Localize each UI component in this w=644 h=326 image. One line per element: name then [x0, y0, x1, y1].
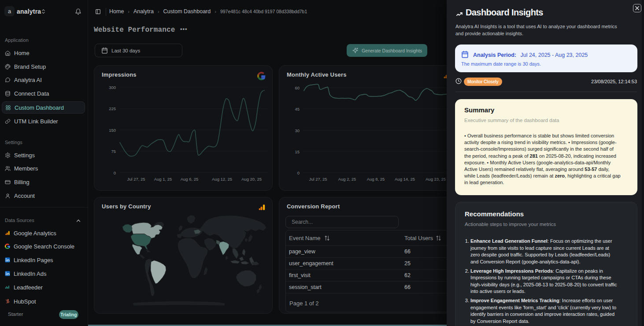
svg-text:45: 45 — [295, 107, 300, 111]
svg-text:Jul 27, 25: Jul 27, 25 — [309, 177, 327, 182]
svg-text:15: 15 — [295, 149, 300, 154]
svg-text:Aug 2, 25: Aug 2, 25 — [338, 177, 356, 182]
svg-text:Aug 14, 25: Aug 14, 25 — [395, 177, 415, 182]
svg-text:Aug 8, 25: Aug 8, 25 — [367, 177, 385, 182]
svg-text:30: 30 — [295, 128, 300, 133]
svg-text:Aug 1, 25: Aug 1, 25 — [154, 177, 172, 182]
svg-text:Aug 23, 25: Aug 23, 25 — [426, 177, 446, 182]
svg-text:0: 0 — [297, 170, 300, 175]
svg-text:75: 75 — [111, 149, 116, 154]
svg-text:225: 225 — [109, 106, 116, 111]
svg-text:Aug 20, 25: Aug 20, 25 — [241, 177, 262, 182]
svg-text:150: 150 — [109, 128, 116, 133]
svg-text:Jul 27, 25: Jul 27, 25 — [127, 177, 145, 182]
svg-text:Aug 12, 25: Aug 12, 25 — [212, 177, 232, 182]
svg-text:Aug 6, 25: Aug 6, 25 — [181, 177, 199, 182]
svg-text:300: 300 — [109, 85, 116, 90]
svg-text:0: 0 — [114, 170, 116, 175]
svg-text:60: 60 — [295, 85, 300, 90]
